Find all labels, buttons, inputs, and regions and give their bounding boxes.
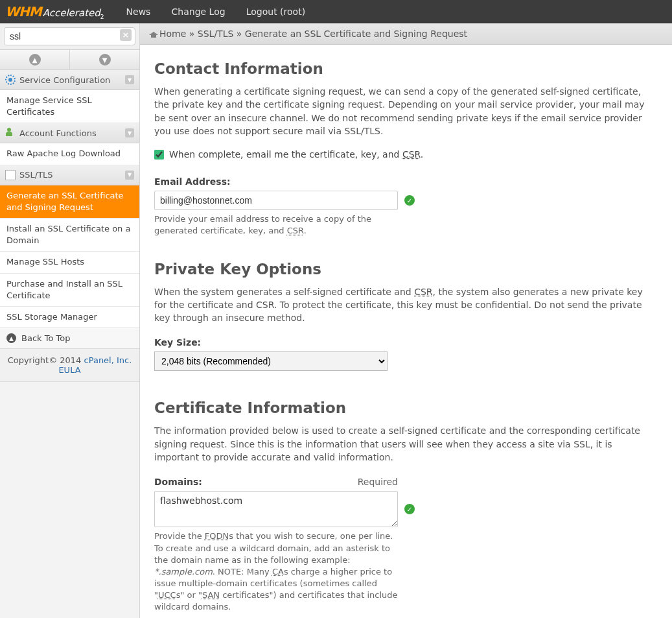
copyright: Copyright© 2014 cPanel, Inc. EULA bbox=[0, 349, 139, 382]
collapse-all-button[interactable]: ▲ bbox=[0, 50, 70, 69]
sidebar: × ▲ ▼ Service Configuration ▼ Manage Ser… bbox=[0, 23, 140, 618]
san-abbr: SAN bbox=[202, 590, 220, 600]
logo-whm: WHM bbox=[5, 4, 41, 19]
cert-info-intro: The information provided below is used t… bbox=[154, 424, 658, 464]
csr-abbr: CSR bbox=[402, 149, 421, 160]
csr-abbr: CSR bbox=[287, 226, 304, 235]
domains-label: Domains: bbox=[154, 477, 202, 487]
category-account-functions[interactable]: Account Functions ▼ bbox=[0, 123, 139, 143]
arrow-down-icon: ▼ bbox=[99, 54, 111, 65]
email-input[interactable] bbox=[154, 191, 398, 210]
category-service-configuration[interactable]: Service Configuration ▼ bbox=[0, 70, 139, 90]
copyright-text: Copyright© 2014 bbox=[8, 355, 84, 365]
home-icon bbox=[149, 30, 158, 38]
search-wrap: × bbox=[0, 23, 139, 50]
heading-private-key: Private Key Options bbox=[154, 261, 658, 278]
chevron-down-icon: ▼ bbox=[125, 128, 134, 137]
category-label: Account Functions bbox=[19, 128, 97, 138]
content: Contact Information When generating a ce… bbox=[140, 45, 672, 618]
breadcrumb-ssltls[interactable]: SSL/TLS bbox=[198, 29, 234, 39]
main-panel: Home » SSL/TLS » Generate an SSL Certifi… bbox=[140, 23, 672, 618]
sidebar-item-generate-ssl[interactable]: Generate an SSL Certificate and Signing … bbox=[0, 185, 139, 219]
email-on-complete-row: When complete, email me the certificate,… bbox=[154, 149, 658, 160]
category-label: Service Configuration bbox=[19, 75, 110, 85]
email-on-complete-checkbox[interactable] bbox=[154, 150, 164, 160]
gear-icon bbox=[5, 75, 16, 85]
sidebar-item-ssl-storage[interactable]: SSL Storage Manager bbox=[0, 307, 139, 328]
t: Provide the bbox=[154, 531, 205, 541]
arrow-up-icon: ▲ bbox=[29, 54, 41, 65]
fqdn-abbr: FQDN bbox=[205, 531, 229, 541]
breadcrumb-current: Generate an SSL Certificate and Signing … bbox=[245, 29, 467, 39]
back-to-top-label: Back To Top bbox=[21, 333, 70, 343]
domains-label-row: Domains: Required bbox=[154, 477, 398, 487]
logo: WHM Accelerated 2 bbox=[5, 4, 104, 19]
category-label: SSL/TLS bbox=[19, 170, 53, 180]
back-to-top[interactable]: ▲ Back To Top bbox=[0, 328, 139, 349]
top-bar: WHM Accelerated 2 News Change Log Logout… bbox=[0, 0, 672, 23]
heading-contact-info: Contact Information bbox=[154, 60, 658, 77]
sidebar-item-raw-apache[interactable]: Raw Apache Log Download bbox=[0, 143, 139, 165]
sidebar-item-manage-service-ssl[interactable]: Manage Service SSL Certificates bbox=[0, 90, 139, 123]
sidebar-item-manage-ssl-hosts[interactable]: Manage SSL Hosts bbox=[0, 252, 139, 273]
chevron-down-icon: ▼ bbox=[125, 75, 134, 84]
nav-change-log[interactable]: Change Log bbox=[172, 6, 226, 17]
valid-check-icon: ✓ bbox=[404, 504, 415, 514]
category-ssl-tls[interactable]: SSL/TLS ▼ bbox=[0, 165, 139, 185]
document-icon bbox=[5, 170, 16, 180]
domains-example: *.sample.com bbox=[154, 567, 213, 576]
chevron-down-icon: ▼ bbox=[125, 171, 134, 180]
domains-field-row: flashwebhost.com ✓ bbox=[154, 491, 658, 527]
nav-news[interactable]: News bbox=[126, 6, 151, 17]
valid-check-icon: ✓ bbox=[404, 195, 415, 206]
person-icon bbox=[5, 128, 16, 138]
sidebar-item-purchase-install-ssl[interactable]: Purchase and Install an SSL Certificate bbox=[0, 274, 139, 307]
key-size-label: Key Size: bbox=[154, 337, 658, 348]
arrow-up-icon: ▲ bbox=[6, 333, 16, 343]
help-text: Provide your email address to receive a … bbox=[154, 214, 371, 235]
expand-all-button[interactable]: ▼ bbox=[70, 50, 139, 69]
breadcrumb-home[interactable]: Home bbox=[159, 29, 186, 39]
ucc-abbr: UCC bbox=[158, 590, 176, 600]
intro-pre: When the system generates a self-signed … bbox=[154, 287, 414, 297]
heading-cert-info: Certificate Information bbox=[154, 399, 658, 416]
link-cpanel[interactable]: cPanel, Inc. bbox=[84, 355, 132, 365]
domains-help: Provide the FQDNs that you wish to secur… bbox=[154, 530, 400, 613]
breadcrumb: Home » SSL/TLS » Generate an SSL Certifi… bbox=[140, 23, 672, 45]
required-text: Required bbox=[358, 477, 398, 487]
search-input[interactable] bbox=[4, 27, 135, 45]
contact-intro: When generating a certificate signing re… bbox=[154, 85, 658, 137]
t: s" or " bbox=[176, 590, 202, 600]
email-label: Email Address: bbox=[154, 176, 658, 187]
search-clear-icon[interactable]: × bbox=[120, 29, 132, 41]
sidebar-item-install-ssl[interactable]: Install an SSL Certificate on a Domain bbox=[0, 219, 139, 252]
email-help: Provide your email address to receive a … bbox=[154, 213, 400, 237]
domains-textarea[interactable]: flashwebhost.com bbox=[154, 491, 398, 527]
t: . NOTE: Many bbox=[213, 567, 272, 576]
csr-abbr: CSR bbox=[414, 287, 432, 297]
label-text: When complete, email me the certificate,… bbox=[169, 149, 402, 160]
breadcrumb-sep: » bbox=[233, 29, 244, 39]
private-key-intro: When the system generates a self-signed … bbox=[154, 285, 658, 325]
email-on-complete-label: When complete, email me the certificate,… bbox=[169, 149, 423, 160]
email-field-row: ✓ bbox=[154, 191, 658, 210]
ca-abbr: CA bbox=[272, 567, 284, 576]
key-size-select[interactable]: 2,048 bits (Recommended) bbox=[154, 351, 388, 371]
logo-accelerated: Accelerated bbox=[43, 7, 100, 19]
logo-version: 2 bbox=[100, 14, 104, 20]
breadcrumb-sep: » bbox=[186, 29, 197, 39]
collapse-row: ▲ ▼ bbox=[0, 50, 139, 70]
link-eula[interactable]: EULA bbox=[58, 365, 80, 375]
nav-logout[interactable]: Logout (root) bbox=[246, 6, 305, 17]
top-nav: News Change Log Logout (root) bbox=[117, 6, 315, 17]
